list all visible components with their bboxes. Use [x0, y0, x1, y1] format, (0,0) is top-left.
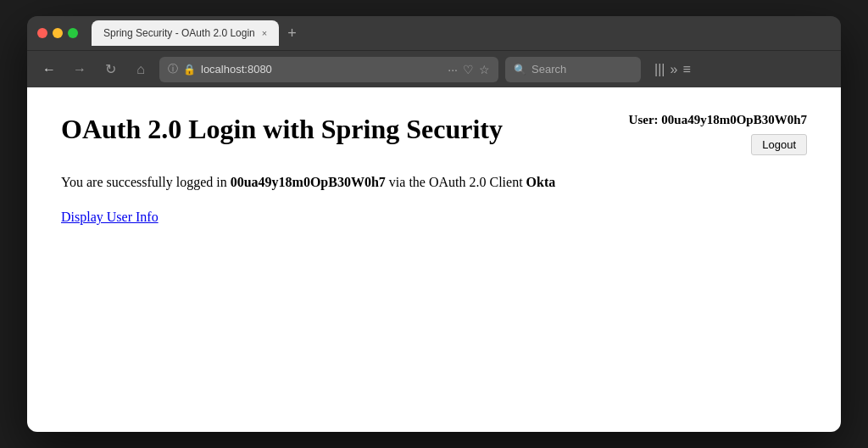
logout-button[interactable]: Logout	[751, 134, 807, 155]
success-message-middle: via the OAuth 2.0 Client	[386, 175, 526, 189]
user-info-section: User: 00ua49y18m0OpB30W0h7 Logout	[629, 113, 807, 155]
tab-close-icon[interactable]: ×	[262, 29, 267, 38]
success-client: Okta	[526, 175, 556, 189]
menu-icon[interactable]: ≡	[682, 62, 690, 77]
user-label-text: User:	[629, 113, 659, 126]
minimize-button[interactable]	[53, 28, 63, 38]
user-label: User: 00ua49y18m0OpB30W0h7	[629, 113, 807, 127]
new-tab-button[interactable]: +	[282, 25, 302, 42]
home-icon: ⌂	[136, 62, 145, 77]
success-message: You are successfully logged in 00ua49y18…	[61, 172, 807, 193]
success-username: 00ua49y18m0OpB30W0h7	[231, 175, 386, 189]
forward-icon: →	[73, 62, 86, 77]
search-bar[interactable]: 🔍 Search	[505, 57, 641, 82]
traffic-lights	[37, 28, 78, 38]
success-message-before: You are successfully logged in	[61, 175, 231, 189]
active-tab[interactable]: Spring Security - OAuth 2.0 Login ×	[92, 20, 279, 46]
address-bar[interactable]: ⓘ 🔒 localhost:8080 ··· ♡ ☆	[159, 57, 498, 82]
nav-right: ||| » ≡	[654, 62, 691, 77]
display-user-info-link[interactable]: Display User Info	[61, 210, 159, 224]
tab-bar: Spring Security - OAuth 2.0 Login × +	[92, 20, 831, 46]
back-icon: ←	[42, 62, 56, 77]
bookmark-icon[interactable]: ☆	[479, 63, 490, 76]
page-header: OAuth 2.0 Login with Spring Security Use…	[61, 113, 807, 155]
maximize-button[interactable]	[68, 28, 78, 38]
address-actions: ··· ♡ ☆	[448, 63, 490, 76]
reload-button[interactable]: ↻	[98, 58, 122, 81]
title-bar: Spring Security - OAuth 2.0 Login × +	[27, 16, 841, 50]
close-button[interactable]	[37, 28, 47, 38]
back-button[interactable]: ←	[37, 58, 61, 81]
username-text: 00ua49y18m0OpB30W0h7	[661, 113, 807, 126]
more-tools-icon[interactable]: »	[670, 62, 677, 77]
home-button[interactable]: ⌂	[129, 58, 153, 81]
nav-bar: ← → ↻ ⌂ ⓘ 🔒 localhost:8080 ··· ♡ ☆ 🔍 Sea…	[27, 50, 841, 87]
reload-icon: ↻	[105, 61, 116, 77]
bookmarks-sidebar-icon[interactable]: |||	[654, 62, 665, 77]
pocket-icon[interactable]: ♡	[463, 63, 474, 76]
page-content: OAuth 2.0 Login with Spring Security Use…	[27, 87, 841, 432]
url-lock-icon: 🔒	[183, 64, 196, 76]
search-placeholder: Search	[531, 63, 566, 76]
page-title: OAuth 2.0 Login with Spring Security	[61, 113, 503, 145]
url-info-icon: ⓘ	[168, 62, 178, 76]
url-more-icon[interactable]: ···	[448, 63, 458, 76]
forward-button[interactable]: →	[68, 58, 92, 81]
tab-title: Spring Security - OAuth 2.0 Login	[103, 27, 255, 39]
url-text: localhost:8080	[201, 63, 272, 76]
search-icon: 🔍	[514, 64, 526, 76]
browser-window: Spring Security - OAuth 2.0 Login × + ← …	[27, 16, 841, 432]
